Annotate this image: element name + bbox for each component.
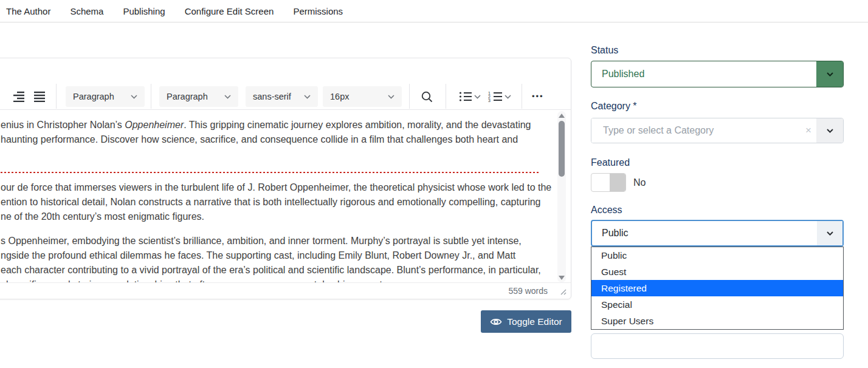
font-size-dropdown[interactable]: 16px xyxy=(323,86,402,107)
block-format-dropdown-1[interactable]: Paragraph xyxy=(66,86,145,107)
chevron-down-icon xyxy=(304,95,311,99)
tab-schema[interactable]: Schema xyxy=(70,6,103,16)
publish-sidebar: Status Published Category * × Featured N… xyxy=(591,0,844,368)
numbered-list-icon[interactable]: 123 xyxy=(488,90,503,103)
scrollbar-thumb[interactable] xyxy=(559,121,565,177)
block-format-dropdown-2[interactable]: Paragraph xyxy=(159,86,238,107)
chevron-down-icon xyxy=(224,95,231,99)
status-select[interactable]: Published xyxy=(591,61,844,87)
font-family-dropdown[interactable]: sans-serif xyxy=(246,86,318,107)
editor-content-area[interactable]: enius in Christopher Nolan’s Oppenheimer… xyxy=(0,111,571,284)
toolbar-separator xyxy=(446,84,446,109)
editor-scrollbar[interactable] xyxy=(557,111,566,282)
scroll-down-icon[interactable] xyxy=(559,276,565,280)
tab-configure-edit-screen[interactable]: Configure Edit Screen xyxy=(185,6,274,16)
featured-value: No xyxy=(633,173,646,192)
word-count: 559 words xyxy=(508,286,548,296)
access-options-list: Public Guest Registered Special Super Us… xyxy=(591,247,844,330)
paragraph: enius in Christopher Nolan’s Oppenheimer… xyxy=(1,118,543,147)
clear-icon[interactable]: × xyxy=(801,124,816,137)
chevron-down-icon xyxy=(827,231,833,236)
featured-toggle[interactable] xyxy=(591,173,626,192)
toggle-off-track xyxy=(610,174,625,191)
chevron-down-icon xyxy=(827,72,833,77)
article-edit-screen: The Author Schema Publishing Configure E… xyxy=(0,0,868,368)
chevron-down-icon xyxy=(131,95,137,99)
access-select[interactable]: Public xyxy=(591,220,844,247)
access-chevron-button[interactable] xyxy=(817,221,842,245)
chevron-down-icon[interactable] xyxy=(473,90,481,103)
chevron-down-icon xyxy=(388,95,394,99)
bullet-list-icon[interactable] xyxy=(458,90,473,103)
category-label: Category * xyxy=(591,101,637,112)
toolbar-separator xyxy=(409,84,410,109)
search-icon[interactable] xyxy=(419,90,434,103)
category-chevron-button[interactable] xyxy=(816,118,843,143)
access-option-guest[interactable]: Guest xyxy=(591,264,843,280)
chevron-down-icon[interactable] xyxy=(503,90,512,103)
tags-input[interactable] xyxy=(591,333,844,359)
toolbar-separator xyxy=(522,84,522,109)
justify-icon[interactable] xyxy=(32,90,47,103)
access-option-registered[interactable]: Registered xyxy=(591,280,843,296)
category-field: × xyxy=(591,118,844,143)
editor-toolbar: Paragraph Paragraph sans-serif 16px xyxy=(0,83,571,110)
resize-handle-icon[interactable] xyxy=(559,287,567,295)
italic-title: Oppenheimer xyxy=(125,120,184,130)
access-option-public[interactable]: Public xyxy=(591,247,843,264)
status-value: Published xyxy=(591,69,644,80)
toggle-editor-button[interactable]: Toggle Editor xyxy=(481,310,571,333)
editor-status-bar: 559 words xyxy=(0,282,571,299)
paragraph: our de force that immerses viewers in th… xyxy=(1,180,543,224)
toolbar-separator xyxy=(151,84,151,109)
more-icon[interactable]: ••• xyxy=(532,94,544,100)
access-value: Public xyxy=(592,228,629,239)
read-more-separator xyxy=(1,172,540,173)
access-label: Access xyxy=(591,205,622,216)
category-input[interactable] xyxy=(591,118,801,143)
access-option-special[interactable]: Special xyxy=(591,296,843,313)
eye-icon xyxy=(490,318,502,326)
scroll-up-icon[interactable] xyxy=(559,114,565,118)
article-editor-panel: Paragraph Paragraph sans-serif 16px xyxy=(0,58,571,299)
paragraph: s Oppenheimer, embodying the scientist’s… xyxy=(1,234,543,284)
toolbar-separator xyxy=(56,84,57,109)
chevron-down-icon xyxy=(827,129,833,133)
tab-the-author[interactable]: The Author xyxy=(6,6,50,16)
status-label: Status xyxy=(591,45,618,56)
align-right-icon[interactable] xyxy=(12,90,26,103)
tab-permissions[interactable]: Permissions xyxy=(293,6,343,16)
status-chevron-button[interactable] xyxy=(816,61,843,87)
svg-text:3: 3 xyxy=(488,98,491,102)
access-option-super-users[interactable]: Super Users xyxy=(591,313,843,329)
featured-label: Featured xyxy=(591,157,630,168)
tab-publishing[interactable]: Publishing xyxy=(123,6,165,16)
